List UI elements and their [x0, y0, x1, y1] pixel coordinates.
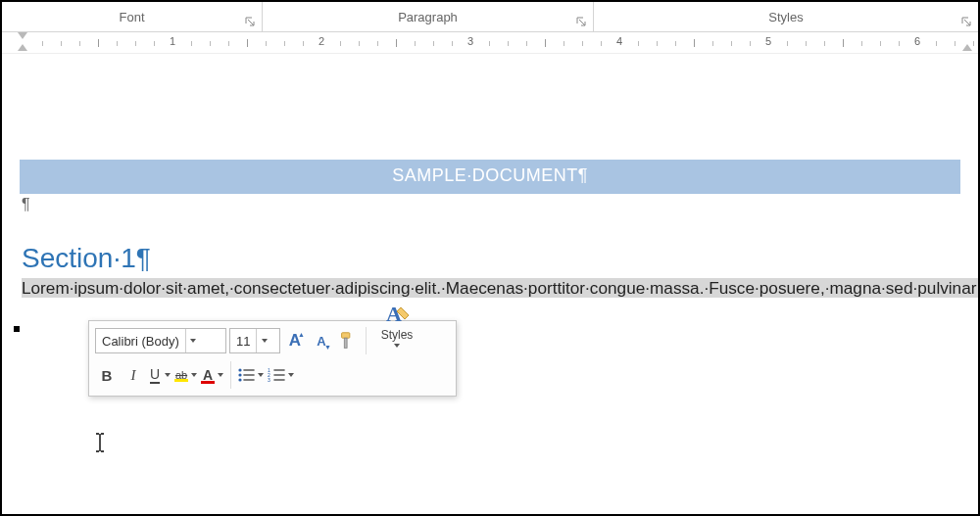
selected-text[interactable]: Lorem·ipsum·dolor·sit·amet,·consectetuer…: [22, 278, 980, 298]
styles-gallery-label: Styles: [381, 328, 414, 342]
section-heading[interactable]: Section·1¶: [20, 243, 960, 274]
horizontal-ruler[interactable]: 123456: [2, 32, 978, 54]
ribbon-group-font: Font: [2, 2, 263, 31]
format-painter-button[interactable]: [336, 328, 360, 353]
empty-paragraph-mark[interactable]: ¶: [20, 194, 960, 213]
italic-button[interactable]: I: [122, 362, 145, 388]
separator: [230, 361, 231, 389]
font-name-combo[interactable]: Calibri (Body): [95, 328, 226, 353]
ribbon-group-styles-label: Styles: [768, 10, 803, 24]
chevron-down-icon[interactable]: [288, 373, 294, 377]
highlight-color-bar: [174, 379, 188, 382]
svg-point-3: [238, 368, 241, 371]
ribbon-group-labels: Font Paragraph Styles: [2, 2, 978, 32]
ribbon-group-styles: Styles: [594, 2, 978, 31]
ruler-number: 3: [467, 35, 473, 47]
mini-toolbar: Calibri (Body) 11 A ▲ A ▼ A Styl: [88, 320, 457, 397]
font-color-bar: [201, 381, 215, 384]
body-paragraph[interactable]: Lorem·ipsum·dolor·sit·amet,·consectetuer…: [20, 274, 960, 300]
styles-gallery-button[interactable]: A Styles: [372, 291, 421, 357]
ribbon-group-paragraph-label: Paragraph: [398, 10, 458, 24]
numbering-icon: 1 2 3: [268, 367, 285, 383]
ribbon-group-paragraph: Paragraph: [263, 2, 594, 31]
document-title-text: SAMPLE·DOCUMENT¶: [392, 165, 588, 185]
bold-icon: B: [102, 367, 113, 384]
bullets-icon: [237, 367, 255, 383]
underline-button[interactable]: U: [148, 362, 172, 388]
highlight-button[interactable]: ab: [174, 362, 198, 388]
font-name-value: Calibri (Body): [96, 334, 185, 349]
ruler-number: 1: [170, 35, 175, 47]
font-name-dropdown-icon[interactable]: [185, 329, 201, 352]
chevron-down-icon[interactable]: [258, 373, 264, 377]
bold-button[interactable]: B: [95, 362, 119, 388]
chevron-down-icon[interactable]: [218, 373, 223, 377]
svg-text:3: 3: [268, 377, 270, 383]
document-area: SAMPLE·DOCUMENT¶ ¶ Section·1¶ Lorem·ipsu…: [2, 54, 978, 300]
svg-rect-1: [344, 338, 347, 348]
ruler-number: 5: [765, 35, 771, 47]
svg-point-7: [238, 378, 241, 381]
font-dialog-launcher-icon[interactable]: [244, 16, 256, 27]
font-size-dropdown-icon[interactable]: [256, 329, 271, 352]
shrink-font-button[interactable]: A ▼: [310, 328, 333, 353]
underline-icon: U: [150, 367, 160, 384]
styles-icon: A: [383, 302, 411, 327]
svg-point-5: [238, 373, 241, 376]
chevron-down-icon: [394, 344, 400, 348]
bullets-button[interactable]: [237, 362, 265, 388]
text-select-cursor-icon: [93, 433, 107, 452]
font-color-button[interactable]: A: [201, 362, 224, 388]
insertion-point-marker-icon: [14, 326, 20, 332]
ruler-number: 2: [318, 35, 324, 47]
font-size-value: 11: [230, 334, 256, 349]
svg-rect-0: [342, 333, 350, 339]
chevron-down-icon[interactable]: [191, 373, 197, 377]
format-painter-icon: [337, 330, 359, 352]
ruler-number: 4: [616, 35, 622, 47]
document-title-banner[interactable]: SAMPLE·DOCUMENT¶: [20, 160, 960, 194]
styles-dialog-launcher-icon[interactable]: [960, 16, 972, 27]
italic-icon: I: [131, 367, 136, 384]
separator: [366, 327, 367, 354]
ruler-number: 6: [914, 35, 920, 47]
font-size-combo[interactable]: 11: [229, 328, 280, 353]
ribbon-group-font-label: Font: [119, 10, 144, 24]
chevron-down-icon[interactable]: [165, 373, 171, 377]
paragraph-dialog-launcher-icon[interactable]: [575, 16, 587, 27]
numbering-button[interactable]: 1 2 3: [268, 362, 295, 388]
grow-font-button[interactable]: A ▲: [283, 328, 307, 353]
